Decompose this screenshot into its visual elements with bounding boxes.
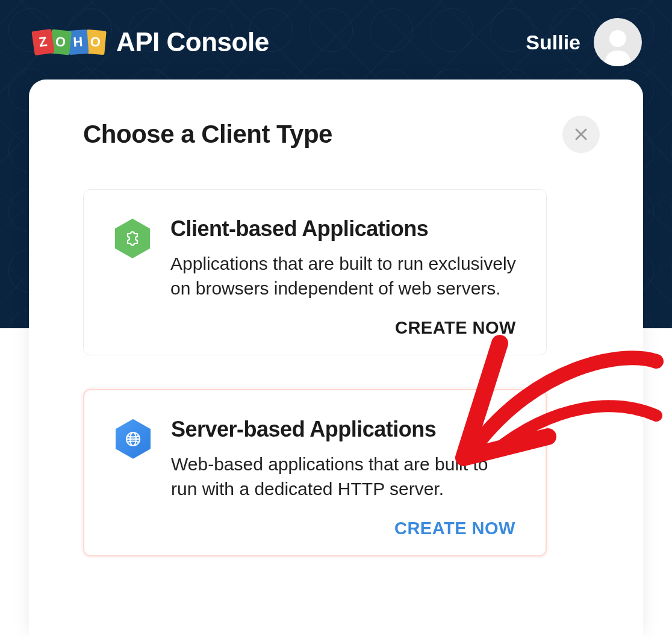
card-icon-wrapper (114, 220, 151, 257)
svg-point-0 (609, 30, 626, 47)
puzzle-icon (115, 219, 150, 258)
card-description: Web-based applications that are built to… (171, 452, 515, 502)
create-now-button-client-based[interactable]: CREATE NOW (395, 318, 516, 338)
user-area[interactable]: Sullie (526, 18, 642, 66)
card-icon-wrapper (114, 420, 152, 458)
client-type-card-client-based[interactable]: Client-based Applications Applications t… (83, 189, 547, 355)
close-icon (574, 128, 588, 141)
card-title: Server-based Applications (171, 417, 515, 442)
globe-icon (116, 419, 151, 459)
card-description: Applications that are built to run exclu… (170, 251, 516, 301)
client-type-card-server-based[interactable]: Server-based Applications Web-based appl… (83, 389, 547, 556)
card-body: Client-based Applications Applications t… (170, 216, 516, 338)
avatar-icon (600, 24, 636, 66)
panel-header: Choose a Client Type (83, 116, 600, 153)
close-button[interactable] (562, 116, 600, 153)
brand-title: API Console (116, 27, 269, 57)
create-now-button-server-based[interactable]: CREATE NOW (394, 519, 515, 538)
card-body: Server-based Applications Web-based appl… (171, 417, 515, 538)
brand: Z O H O API Console (33, 27, 269, 57)
zoho-logo: Z O H O (33, 30, 105, 54)
avatar[interactable] (594, 18, 642, 66)
user-name: Sullie (526, 31, 580, 54)
modal-panel: Choose a Client Type Client-based Applic… (29, 80, 643, 636)
logo-letter-z: Z (31, 29, 54, 55)
card-title: Client-based Applications (170, 216, 516, 242)
app-header: Z O H O API Console Sullie (0, 0, 672, 66)
panel-title: Choose a Client Type (83, 120, 332, 149)
